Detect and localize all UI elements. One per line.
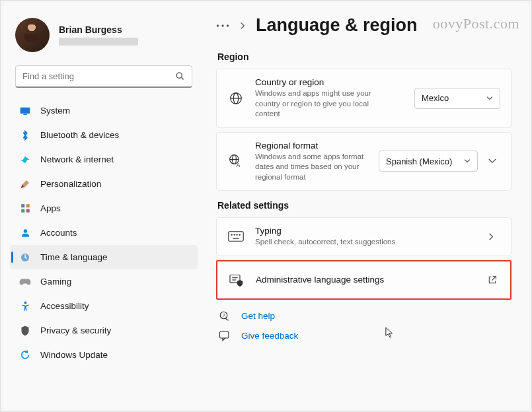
time-language-icon xyxy=(19,252,31,263)
sidebar-item-privacy[interactable]: Privacy & security xyxy=(10,318,198,343)
network-icon xyxy=(19,154,31,166)
chevron-right-icon xyxy=(488,232,500,241)
avatar xyxy=(15,18,50,52)
card-typing[interactable]: Typing Spell check, autocorrect, text su… xyxy=(216,217,512,256)
select-value: Spanish (Mexico) xyxy=(386,156,452,166)
accessibility-icon xyxy=(19,300,31,312)
feedback-icon xyxy=(217,330,232,342)
svg-rect-3 xyxy=(23,114,26,114)
card-subtitle: Windows and apps might use your country … xyxy=(255,88,394,120)
svg-point-23 xyxy=(234,234,235,235)
sidebar-item-accessibility[interactable]: Accessibility xyxy=(10,294,198,318)
card-title: Regional format xyxy=(255,141,368,151)
sidebar-nav: System Bluetooth & devices Network & int… xyxy=(10,98,198,367)
page-title: Language & region xyxy=(256,15,418,36)
expand-chevron-icon[interactable] xyxy=(488,158,500,164)
profile-block[interactable]: Brian Burgess xyxy=(10,15,198,63)
personalization-icon xyxy=(19,178,31,190)
privacy-icon xyxy=(19,325,31,337)
svg-rect-5 xyxy=(26,204,29,207)
card-regional-format[interactable]: A Regional format Windows and some apps … xyxy=(216,132,512,191)
svg-rect-7 xyxy=(26,209,29,213)
format-select[interactable]: Spanish (Mexico) xyxy=(379,151,478,172)
sidebar: Brian Burgess System xyxy=(3,3,202,409)
section-header-related: Related settings xyxy=(217,200,512,211)
svg-point-10 xyxy=(24,301,26,304)
card-title: Country or region xyxy=(255,77,404,87)
svg-line-30 xyxy=(492,276,496,280)
update-icon xyxy=(19,349,31,361)
profile-email-redacted xyxy=(59,38,138,46)
gaming-icon xyxy=(19,276,31,288)
sidebar-item-label: Accessibility xyxy=(40,301,89,311)
svg-rect-33 xyxy=(220,331,229,338)
breadcrumb-back[interactable] xyxy=(216,24,229,28)
svg-rect-2 xyxy=(20,107,30,113)
sidebar-item-personalization[interactable]: Personalization xyxy=(10,172,198,196)
svg-rect-21 xyxy=(229,232,243,241)
sidebar-item-system[interactable]: System xyxy=(10,98,198,123)
section-header-region: Region xyxy=(217,52,512,62)
system-icon xyxy=(19,105,31,117)
card-admin-language[interactable]: Administrative language settings xyxy=(217,261,510,298)
main-content: Language & region Region Country or regi… xyxy=(202,3,529,409)
profile-name: Brian Burgess xyxy=(59,24,138,35)
svg-point-25 xyxy=(239,234,240,235)
sidebar-item-label: Time & language xyxy=(40,252,108,262)
sidebar-item-label: Windows Update xyxy=(40,350,108,360)
admin-language-icon xyxy=(228,273,245,287)
link-label: Give feedback xyxy=(241,331,298,341)
search-input[interactable] xyxy=(22,71,155,81)
globe-language-icon: A xyxy=(227,154,245,168)
svg-point-0 xyxy=(176,73,182,78)
chevron-down-icon xyxy=(464,159,471,163)
highlight-annotation: Administrative language settings xyxy=(216,260,512,300)
sidebar-item-label: Apps xyxy=(40,203,61,213)
bluetooth-icon xyxy=(19,129,31,141)
sidebar-item-label: Network & internet xyxy=(40,154,114,164)
apps-icon xyxy=(19,203,31,215)
svg-point-12 xyxy=(221,24,223,26)
svg-line-1 xyxy=(181,77,183,79)
keyboard-icon xyxy=(227,231,245,242)
sidebar-item-label: Privacy & security xyxy=(40,326,111,335)
chevron-down-icon xyxy=(486,96,493,100)
watermark: oovyPost.com xyxy=(433,15,519,32)
search-icon xyxy=(175,71,185,81)
sidebar-item-label: Bluetooth & devices xyxy=(40,130,119,140)
svg-point-22 xyxy=(231,234,232,235)
sidebar-item-label: System xyxy=(40,106,70,116)
svg-rect-4 xyxy=(21,204,24,207)
svg-point-8 xyxy=(23,229,27,233)
help-icon: ? xyxy=(217,310,232,322)
sidebar-item-update[interactable]: Windows Update xyxy=(10,343,198,367)
sidebar-item-label: Accounts xyxy=(40,228,77,238)
card-title: Typing xyxy=(255,226,478,236)
card-country-region[interactable]: Country or region Windows and apps might… xyxy=(216,69,512,128)
svg-text:A: A xyxy=(237,162,241,169)
svg-rect-6 xyxy=(21,209,24,213)
chevron-right-icon xyxy=(240,22,245,30)
card-subtitle: Windows and some apps format dates and t… xyxy=(255,152,368,183)
search-input-container[interactable] xyxy=(15,65,192,88)
svg-text:?: ? xyxy=(223,312,225,317)
svg-point-24 xyxy=(237,234,237,235)
sidebar-item-network[interactable]: Network & internet xyxy=(10,147,198,172)
card-title: Administrative language settings xyxy=(256,275,477,285)
sidebar-item-apps[interactable]: Apps xyxy=(10,196,198,221)
external-link-icon xyxy=(488,275,500,285)
sidebar-item-gaming[interactable]: Gaming xyxy=(10,269,198,294)
sidebar-item-bluetooth[interactable]: Bluetooth & devices xyxy=(10,123,198,147)
sidebar-item-accounts[interactable]: Accounts xyxy=(10,221,198,245)
select-value: Mexico xyxy=(422,93,449,103)
sidebar-item-label: Gaming xyxy=(40,277,71,287)
accounts-icon xyxy=(19,227,31,239)
sidebar-item-time-language[interactable]: Time & language xyxy=(10,245,198,269)
link-give-feedback[interactable]: Give feedback xyxy=(216,326,512,346)
country-select[interactable]: Mexico xyxy=(414,88,500,109)
link-get-help[interactable]: ? Get help xyxy=(216,306,512,326)
card-subtitle: Spell check, autocorrect, text suggestio… xyxy=(255,237,478,248)
link-label: Get help xyxy=(241,311,275,321)
globe-icon xyxy=(227,91,245,106)
sidebar-item-label: Personalization xyxy=(40,179,101,189)
